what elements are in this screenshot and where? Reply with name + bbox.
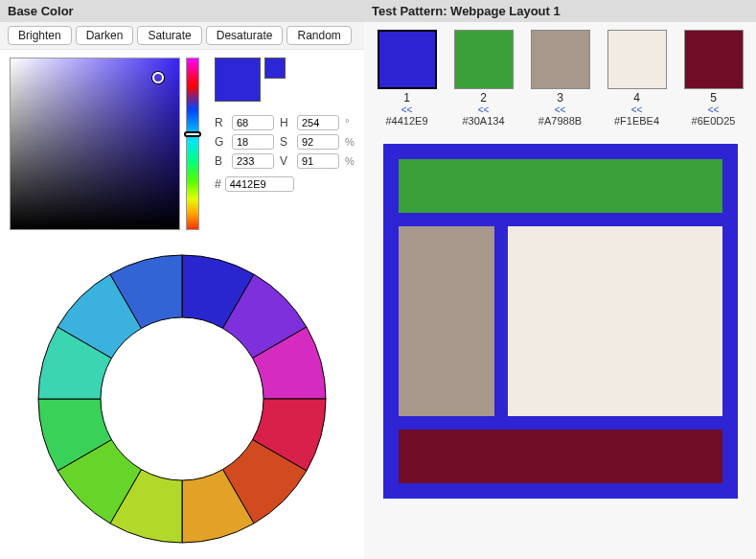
palette-swatch-arrow-1[interactable]: << — [401, 105, 413, 115]
input-h[interactable] — [297, 115, 339, 130]
palette-swatch-hex-5: #6E0D25 — [692, 115, 736, 127]
label-v: V — [280, 154, 293, 168]
palette-swatch-box-1 — [378, 30, 437, 89]
test-pattern-title: Test Pattern: Webpage Layout 1 — [364, 0, 756, 22]
unit-pct-s: % — [345, 136, 355, 148]
palette-swatch-arrow-3[interactable]: << — [555, 105, 566, 115]
palette-swatch-hex-3: #A7988B — [538, 115, 582, 127]
current-color-swatch — [215, 58, 261, 102]
palette-swatch-hex-1: #4412E9 — [385, 115, 427, 127]
palette-swatch-arrow-2[interactable]: << — [478, 105, 490, 115]
darken-button[interactable]: Darken — [76, 26, 134, 45]
palette-swatch-3[interactable]: 3 << #A7988B — [529, 30, 592, 127]
picker-cursor[interactable] — [152, 72, 164, 83]
unit-pct-v: % — [345, 155, 355, 167]
palette-swatch-num-1[interactable]: 1 — [403, 91, 410, 105]
palette-swatch-num-3[interactable]: 3 — [557, 91, 563, 105]
desaturate-button[interactable]: Desaturate — [206, 26, 284, 45]
palette-swatch-num-4[interactable]: 4 — [633, 91, 640, 105]
palette-swatch-4[interactable]: 4 << #F1EBE4 — [606, 30, 669, 127]
layout-preview — [383, 144, 738, 499]
saturation-value-picker[interactable] — [10, 58, 180, 230]
palette-swatch-box-2 — [454, 30, 514, 89]
palette-swatch-arrow-4[interactable]: << — [631, 105, 643, 115]
layout-preview-footer — [399, 430, 722, 483]
label-h: H — [280, 116, 293, 129]
palette-swatch-hex-4: #F1EBE4 — [614, 115, 659, 127]
label-g: G — [215, 135, 228, 149]
label-b: B — [215, 154, 228, 168]
layout-preview-header — [399, 159, 722, 213]
palette-swatch-row: 1 << #4412E9 2 << #30A134 3 << #A7988B 4… — [374, 30, 746, 127]
palette-swatch-box-4 — [607, 30, 667, 89]
input-b[interactable] — [232, 153, 274, 169]
palette-swatch-hex-2: #30A134 — [462, 115, 504, 127]
input-g[interactable] — [232, 134, 274, 150]
palette-swatch-box-5 — [684, 30, 744, 89]
base-color-toolbar: Brighten Darken Saturate Desaturate Rand… — [0, 22, 364, 50]
hue-slider-handle[interactable] — [184, 131, 201, 137]
input-s[interactable] — [297, 134, 339, 150]
palette-swatch-5[interactable]: 5 << #6E0D25 — [682, 30, 745, 127]
label-s: S — [280, 135, 293, 149]
random-button[interactable]: Random — [286, 26, 351, 45]
label-hex: # — [215, 177, 221, 191]
hue-slider[interactable] — [186, 58, 199, 230]
unit-deg: ° — [345, 117, 355, 128]
input-hex[interactable] — [225, 176, 294, 192]
palette-swatch-num-5[interactable]: 5 — [710, 91, 717, 105]
label-r: R — [215, 116, 228, 129]
brighten-button[interactable]: Brighten — [8, 26, 72, 45]
color-wheel[interactable] — [29, 245, 335, 552]
palette-swatch-1[interactable]: 1 << #4412E9 — [376, 30, 439, 127]
palette-swatch-arrow-5[interactable]: << — [708, 105, 720, 115]
layout-preview-sidebar — [399, 226, 494, 416]
palette-swatch-2[interactable]: 2 << #30A134 — [452, 30, 515, 127]
palette-swatch-num-2[interactable]: 2 — [480, 91, 487, 105]
previous-color-swatch[interactable] — [264, 58, 286, 79]
layout-preview-main — [508, 226, 722, 416]
input-r[interactable] — [232, 115, 274, 130]
palette-swatch-box-3 — [531, 30, 590, 89]
input-v[interactable] — [297, 153, 339, 169]
saturate-button[interactable]: Saturate — [137, 26, 201, 45]
base-color-title: Base Color — [0, 0, 364, 22]
